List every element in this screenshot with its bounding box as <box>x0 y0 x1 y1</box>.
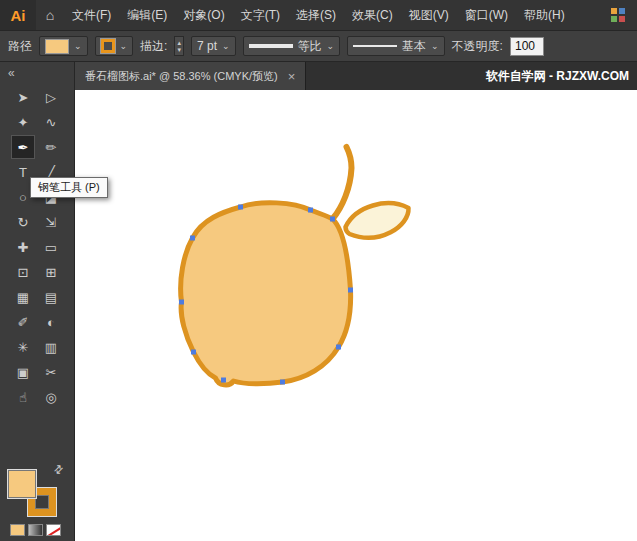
stroke-color-dropdown[interactable]: ⌄ <box>95 36 134 56</box>
menu-bar: Ai ⌂ 文件(F)编辑(E)对象(O)文字(T)选择(S)效果(C)视图(V)… <box>0 0 637 30</box>
anchor-point[interactable] <box>179 300 184 305</box>
menu-items: 文件(F)编辑(E)对象(O)文字(T)选择(S)效果(C)视图(V)窗口(W)… <box>64 0 573 30</box>
anchor-point[interactable] <box>190 236 195 241</box>
opacity-input[interactable]: 100 <box>510 37 544 56</box>
width-profile-label: 等比 <box>298 38 322 55</box>
gradient-tool[interactable]: ▤ <box>39 285 63 309</box>
menu-file[interactable]: 文件(F) <box>64 0 119 30</box>
width-profile-preview <box>249 44 293 48</box>
slice-tool[interactable]: ✂ <box>39 360 63 384</box>
home-icon[interactable]: ⌂ <box>36 7 64 23</box>
tool-grid: ➤▷✦∿✒✏T╱○◪↻⇲✚▭⊡⊞▦▤✐◐✳▥▣✂☝◎ <box>0 85 74 409</box>
artboard-tool[interactable]: ▣ <box>11 360 35 384</box>
menu-effect[interactable]: 效果(C) <box>344 0 401 30</box>
anchor-point[interactable] <box>221 378 226 383</box>
main-area: « ➤▷✦∿✒✏T╱○◪↻⇲✚▭⊡⊞▦▤✐◐✳▥▣✂☝◎ ⇄ 番石榴图标.ai*… <box>0 62 637 541</box>
menu-edit[interactable]: 编辑(E) <box>119 0 175 30</box>
color-mode-button[interactable] <box>10 524 25 536</box>
stroke-color-swatch <box>101 39 115 53</box>
fill-color-swatch <box>45 39 69 54</box>
brush-definition-label: 基本 <box>402 38 426 55</box>
stroke-weight-dropdown[interactable]: 7 pt ⌄ <box>191 36 236 56</box>
shape-builder-tool[interactable]: ⊡ <box>11 260 35 284</box>
fruit-stem-path[interactable] <box>333 147 352 219</box>
artwork-svg <box>75 90 637 541</box>
control-bar: 路径 ⌄ ⌄ 描边: ▴ ▾ 7 pt ⌄ 等比 ⌄ 基本 ⌄ 不透明度: 10… <box>0 30 637 62</box>
fruit-body-path[interactable] <box>181 203 351 385</box>
width-tool[interactable]: ✚ <box>11 235 35 259</box>
brush-definition-dropdown[interactable]: 基本 ⌄ <box>347 36 445 56</box>
rotate-tool[interactable]: ↻ <box>11 210 35 234</box>
blend-tool[interactable]: ◐ <box>39 310 63 334</box>
document-tab[interactable]: 番石榴图标.ai* @ 58.36% (CMYK/预览) × <box>75 62 306 90</box>
symbol-sprayer-tool[interactable]: ✳ <box>11 335 35 359</box>
direct-selection-tool[interactable]: ▷ <box>39 85 63 109</box>
branding-text: 软件自学网 - RJZXW.COM <box>486 68 637 85</box>
chevron-down-icon: ⌄ <box>222 42 230 51</box>
fill-stroke-widget: ⇄ <box>8 462 68 520</box>
opacity-label: 不透明度: <box>452 38 503 55</box>
width-profile-dropdown[interactable]: 等比 ⌄ <box>243 36 341 56</box>
zoom-tool[interactable]: ◎ <box>39 385 63 409</box>
anchor-point[interactable] <box>308 208 313 213</box>
tools-panel: « ➤▷✦∿✒✏T╱○◪↻⇲✚▭⊡⊞▦▤✐◐✳▥▣✂☝◎ ⇄ <box>0 62 75 541</box>
tab-strip: 番石榴图标.ai* @ 58.36% (CMYK/预览) × 软件自学网 - R… <box>75 62 637 90</box>
menu-type[interactable]: 文字(T) <box>233 0 288 30</box>
close-tab-icon[interactable]: × <box>288 69 296 84</box>
context-label: 路径 <box>8 38 32 55</box>
magic-wand-tool[interactable]: ✦ <box>11 110 35 134</box>
stroke-weight-value: 7 pt <box>197 39 217 53</box>
menu-window[interactable]: 窗口(W) <box>457 0 516 30</box>
stroke-label: 描边: <box>140 38 167 55</box>
swap-fill-stroke-icon[interactable]: ⇄ <box>51 462 67 478</box>
fill-color-indicator[interactable] <box>8 470 36 498</box>
selection-tool[interactable]: ➤ <box>11 85 35 109</box>
pen-tool-tooltip: 钢笔工具 (P) <box>30 177 108 198</box>
fruit-leaf-path[interactable] <box>346 203 409 237</box>
stepper-down-icon[interactable]: ▾ <box>177 46 181 53</box>
document-area: 番石榴图标.ai* @ 58.36% (CMYK/预览) × 软件自学网 - R… <box>75 62 637 541</box>
fill-color-dropdown[interactable]: ⌄ <box>39 36 88 56</box>
brush-preview <box>353 45 397 47</box>
chevron-down-icon: ⌄ <box>120 42 128 51</box>
anchor-point[interactable] <box>191 350 196 355</box>
menu-view[interactable]: 视图(V) <box>401 0 457 30</box>
document-tab-title: 番石榴图标.ai* @ 58.36% (CMYK/预览) <box>85 69 278 84</box>
app-logo[interactable]: Ai <box>0 0 36 30</box>
menu-help[interactable]: 帮助(H) <box>516 0 573 30</box>
canvas[interactable] <box>75 90 637 541</box>
lasso-tool[interactable]: ∿ <box>39 110 63 134</box>
pen-tool[interactable]: ✒ <box>11 135 35 159</box>
menu-object[interactable]: 对象(O) <box>175 0 232 30</box>
perspective-grid-tool[interactable]: ⊞ <box>39 260 63 284</box>
chevron-down-icon: ⌄ <box>74 42 82 51</box>
eyedropper-tool[interactable]: ✐ <box>11 310 35 334</box>
chevron-down-icon: ⌄ <box>327 42 335 51</box>
anchor-point[interactable] <box>238 205 243 210</box>
collapse-panel-button[interactable]: « <box>0 62 74 83</box>
stepper-up-icon[interactable]: ▴ <box>177 39 181 46</box>
scale-tool[interactable]: ⇲ <box>39 210 63 234</box>
menu-bar-right <box>611 8 637 22</box>
mesh-tool[interactable]: ▦ <box>11 285 35 309</box>
column-graph-tool[interactable]: ▥ <box>39 335 63 359</box>
chevron-down-icon: ⌄ <box>431 42 439 51</box>
anchor-point[interactable] <box>330 217 335 222</box>
free-transform-tool[interactable]: ▭ <box>39 235 63 259</box>
anchor-point[interactable] <box>348 288 353 293</box>
color-mode-row <box>10 524 61 536</box>
hand-tool[interactable]: ☝ <box>11 385 35 409</box>
anchor-point[interactable] <box>336 345 341 350</box>
none-mode-button[interactable] <box>46 524 61 536</box>
anchor-point[interactable] <box>280 380 285 385</box>
menu-select[interactable]: 选择(S) <box>288 0 344 30</box>
gradient-mode-button[interactable] <box>28 524 43 536</box>
pencil-tool[interactable]: ✏ <box>39 135 63 159</box>
workspace-switcher-icon[interactable] <box>611 8 617 14</box>
stroke-weight-stepper[interactable]: ▴ ▾ <box>174 36 184 56</box>
